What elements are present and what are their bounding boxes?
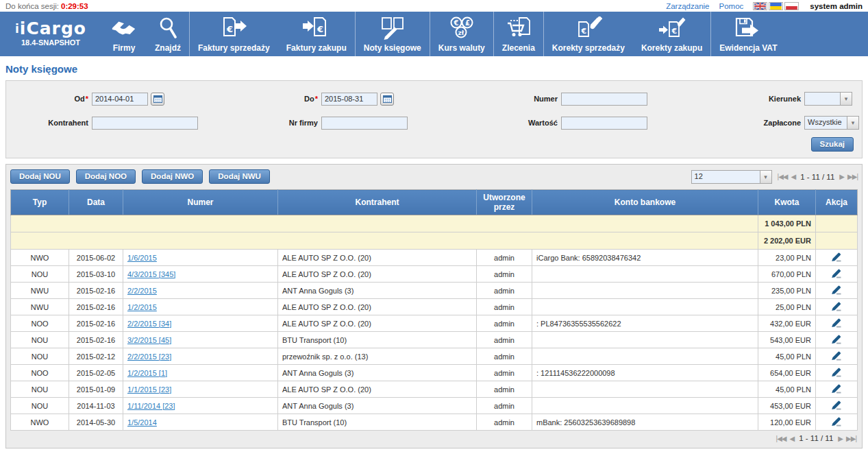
col-numer[interactable]: Numer xyxy=(123,190,278,215)
cell-konto-bankowe xyxy=(532,348,758,365)
toolbar-item-label: Faktury sprzedaży xyxy=(198,43,270,53)
cell-kwota: 543,00 EUR xyxy=(758,332,816,348)
edit-icon[interactable] xyxy=(831,301,842,311)
note-number-link[interactable]: 3/2/2015 [45] xyxy=(127,336,171,344)
col-kwota[interactable]: Kwota xyxy=(758,190,816,215)
app-logo[interactable]: iiCargo 18.4-SNAPSHOT xyxy=(0,12,101,56)
cell-numer: 3/2/2015 [45] xyxy=(123,332,278,348)
add-noo-button[interactable]: Dodaj NOO xyxy=(76,169,136,184)
toolbar-item-faktury-zakupu[interactable]: € Faktury zakupu xyxy=(278,12,355,56)
edit-icon[interactable] xyxy=(831,252,842,262)
currency-coins-icon: €£zł xyxy=(449,14,475,42)
cell-kontrahent: ANT Anna Goguls (3) xyxy=(278,398,477,414)
numer-input[interactable] xyxy=(561,93,647,106)
page-size-select[interactable]: 12 ▾ xyxy=(691,170,772,184)
edit-icon[interactable] xyxy=(831,416,842,427)
nr-firmy-input[interactable] xyxy=(321,117,408,130)
summary-total-pln: 1 043,00 PLN xyxy=(758,215,816,232)
page-range: 1 - 11 / 11 xyxy=(799,434,833,442)
edit-icon[interactable] xyxy=(831,350,842,361)
cell-utworzone-przez: admin xyxy=(477,250,532,266)
page-range: 1 - 11 / 11 xyxy=(800,173,834,181)
prev-page-icon[interactable]: ◀ xyxy=(791,173,796,180)
note-number-link[interactable]: 2/2/2015 [34] xyxy=(127,320,171,328)
kierunek-label: Kierunek xyxy=(691,95,804,103)
vat-disk-icon xyxy=(733,14,763,42)
note-number-link[interactable]: 1/2/2015 xyxy=(127,303,157,311)
col-kontrahent[interactable]: Kontrahent xyxy=(278,190,477,215)
first-page-icon[interactable]: |◀◀ xyxy=(778,173,788,180)
next-page-icon[interactable]: ▶ xyxy=(838,435,843,442)
toolbar-item-korekty-sprzedazy[interactable]: € Korekty sprzedaży xyxy=(544,12,633,56)
calendar-icon[interactable] xyxy=(151,93,164,106)
col-utworzone-przez[interactable]: Utworzone przez xyxy=(477,190,532,215)
search-button[interactable]: Szukaj xyxy=(811,137,854,152)
zaplacone-select[interactable]: Wszystkie ▾ xyxy=(804,116,859,130)
kontrahent-input[interactable] xyxy=(92,117,198,130)
toolbar-item-znajdz[interactable]: Znajdź xyxy=(147,12,189,56)
table-row: NOU 2015-02-16 3/2/2015 [45] BTU Transpo… xyxy=(11,332,858,348)
session-label: Do końca sesji: xyxy=(5,2,59,10)
cell-kontrahent: ANT Anna Goguls (3) xyxy=(278,283,477,299)
management-link[interactable]: Zarządzanie xyxy=(666,2,709,10)
cell-data: 2015-06-02 xyxy=(69,250,123,266)
table-row: NOO 2015-02-05 1/2/2015 [1] ANT Anna Gog… xyxy=(11,365,858,381)
toolbar-item-label: Zlecenia xyxy=(502,43,535,53)
cell-typ: NWU xyxy=(11,299,69,315)
edit-icon[interactable] xyxy=(831,334,842,344)
first-page-icon[interactable]: |◀◀ xyxy=(776,435,786,442)
note-number-link[interactable]: 2/2/2015 xyxy=(127,287,157,295)
table-row: NOU 2015-02-12 2/2/2015 [23] przewoźnik … xyxy=(11,348,858,365)
edit-icon[interactable] xyxy=(831,285,842,295)
svg-text:€: € xyxy=(580,27,586,36)
kierunek-select[interactable]: ▾ xyxy=(804,92,852,106)
date-from-input[interactable] xyxy=(92,93,148,106)
toolbar-item-korekty-zakupu[interactable]: € Korekty zakupu xyxy=(633,12,710,56)
prev-page-icon[interactable]: ◀ xyxy=(790,435,795,442)
cell-typ: NOU xyxy=(11,381,69,398)
nr-firmy-label: Nr firmy xyxy=(219,119,321,127)
ukraine-flag-icon[interactable] xyxy=(769,2,783,10)
add-nou-button[interactable]: Dodaj NOU xyxy=(10,169,70,184)
col-typ[interactable]: Typ xyxy=(11,190,69,215)
results-panel: Dodaj NOU Dodaj NOO Dodaj NWO Dodaj NWU … xyxy=(5,164,863,448)
cell-akcja xyxy=(816,332,858,348)
note-number-link[interactable]: 1/6/2015 xyxy=(127,254,157,262)
cell-konto-bankowe xyxy=(532,332,758,348)
edit-icon[interactable] xyxy=(831,367,842,377)
date-to-input[interactable] xyxy=(321,93,377,106)
uk-flag-icon[interactable] xyxy=(753,2,767,10)
note-number-link[interactable]: 1/5/2014 xyxy=(127,418,157,427)
edit-icon[interactable] xyxy=(831,268,842,278)
toolbar-item-ewidencja-vat[interactable]: Ewidencja VAT xyxy=(711,12,785,56)
note-number-link[interactable]: 1/1/2015 [23] xyxy=(127,385,171,394)
cell-konto-bankowe xyxy=(532,381,758,398)
add-nwu-button[interactable]: Dodaj NWU xyxy=(209,169,270,184)
toolbar-item-faktury-sprzedazy[interactable]: € Faktury sprzedaży xyxy=(190,12,278,56)
add-nwo-button[interactable]: Dodaj NWO xyxy=(142,169,203,184)
poland-flag-icon[interactable] xyxy=(784,2,799,10)
note-number-link[interactable]: 2/2/2015 [23] xyxy=(127,352,171,361)
col-data[interactable]: Data xyxy=(69,190,123,215)
toolbar-item-label: Znajdź xyxy=(155,43,181,53)
toolbar-item-zlecenia[interactable]: Zlecenia xyxy=(494,12,543,56)
edit-icon[interactable] xyxy=(831,383,842,394)
calendar-icon[interactable] xyxy=(380,93,394,106)
last-page-icon[interactable]: ▶▶| xyxy=(847,173,858,180)
note-number-link[interactable]: 1/11/2014 [23] xyxy=(127,402,175,410)
col-konto-bankowe[interactable]: Konto bankowe xyxy=(532,190,758,215)
last-page-icon[interactable]: ▶▶| xyxy=(846,435,856,442)
cell-konto-bankowe: : PL84736355535562622 xyxy=(532,315,758,332)
help-link[interactable]: Pomoc xyxy=(719,2,744,10)
toolbar-item-firmy[interactable]: Firmy xyxy=(101,12,147,56)
pagination-bottom: |◀◀ ◀ 1 - 11 / 11 ▶ ▶▶| xyxy=(776,434,856,442)
edit-icon[interactable] xyxy=(831,318,842,328)
note-number-link[interactable]: 1/2/2015 [1] xyxy=(127,369,167,377)
toolbar-item-noty-ksiegowe[interactable]: Noty księgowe xyxy=(356,12,430,56)
edit-icon[interactable] xyxy=(831,400,842,410)
toolbar-item-kurs-waluty[interactable]: €£zł Kurs waluty xyxy=(430,12,493,56)
note-number-link[interactable]: 4/3/2015 [345] xyxy=(127,270,175,278)
next-page-icon[interactable]: ▶ xyxy=(839,173,844,180)
numer-label: Numer xyxy=(448,95,561,103)
wartosc-input[interactable] xyxy=(561,117,647,130)
